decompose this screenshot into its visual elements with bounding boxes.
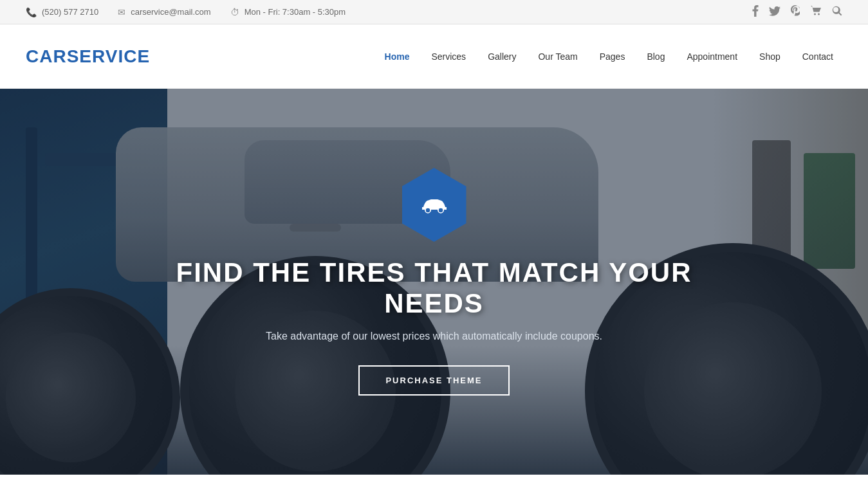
header: CARSERVICE Home Services Gallery Our Tea… (0, 24, 868, 89)
hours-item: ⏱ Mon - Fri: 7:30am - 5:30pm (230, 7, 346, 17)
logo[interactable]: CARSERVICE (26, 46, 150, 67)
business-hours: Mon - Fri: 7:30am - 5:30pm (245, 7, 346, 17)
nav-contact[interactable]: Contact (793, 46, 842, 67)
cart-link[interactable] (810, 6, 822, 18)
hero-title: FIND THE TIRES THAT MATCH YOUR NEEDS (145, 257, 724, 319)
twitter-link[interactable] (769, 6, 780, 18)
car-icon (418, 196, 450, 215)
phone-icon: 📞 (26, 7, 37, 17)
hex-icon-container (402, 168, 466, 242)
svg-point-1 (438, 208, 443, 213)
pinterest-link[interactable] (791, 5, 800, 19)
hero-content: FIND THE TIRES THAT MATCH YOUR NEEDS Tak… (119, 168, 750, 396)
top-bar-left: 📞 (520) 577 2710 ✉ carservice@mail.com ⏱… (26, 7, 346, 17)
facebook-link[interactable] (752, 5, 759, 19)
nav-services[interactable]: Services (422, 46, 475, 67)
nav-blog[interactable]: Blog (638, 46, 674, 67)
search-link[interactable] (832, 6, 842, 18)
purchase-theme-button[interactable]: PURCHASE THEME (358, 365, 509, 396)
nav-shop[interactable]: Shop (750, 46, 790, 67)
svg-point-0 (425, 208, 430, 213)
clock-icon: ⏱ (230, 7, 239, 17)
hero-subtitle: Take advantage of our lowest prices whic… (266, 331, 602, 342)
nav-our-team[interactable]: Our Team (529, 46, 586, 67)
nav-pages[interactable]: Pages (591, 46, 634, 67)
nav-appointment[interactable]: Appointment (678, 46, 746, 67)
email-icon: ✉ (118, 7, 125, 17)
hex-shape (402, 168, 466, 242)
phone-number: (520) 577 2710 (42, 7, 98, 17)
top-bar-right (752, 5, 842, 19)
top-bar: 📞 (520) 577 2710 ✉ carservice@mail.com ⏱… (0, 0, 868, 24)
nav-gallery[interactable]: Gallery (479, 46, 525, 67)
hero-section: FIND THE TIRES THAT MATCH YOUR NEEDS Tak… (0, 89, 868, 475)
nav-home[interactable]: Home (376, 46, 419, 67)
main-nav: Home Services Gallery Our Team Pages Blo… (376, 46, 842, 67)
email-address: carservice@mail.com (131, 7, 210, 17)
email-item: ✉ carservice@mail.com (118, 7, 210, 17)
phone-item: 📞 (520) 577 2710 (26, 7, 98, 17)
